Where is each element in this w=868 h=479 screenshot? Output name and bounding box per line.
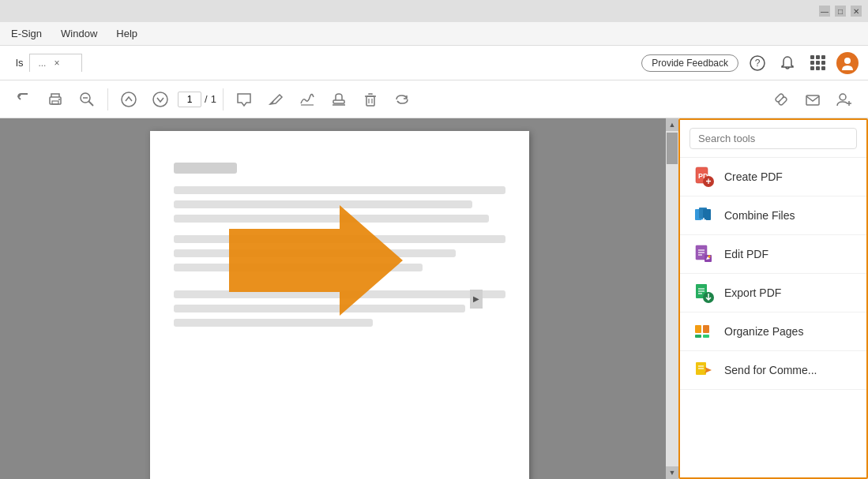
link-button[interactable] bbox=[767, 85, 795, 114]
delete-button[interactable] bbox=[356, 85, 385, 114]
scroll-up-btn[interactable]: ▲ bbox=[666, 118, 678, 131]
avatar[interactable] bbox=[836, 52, 859, 74]
create-pdf-icon: PDF + bbox=[693, 166, 715, 188]
comment-button[interactable] bbox=[230, 85, 258, 114]
svg-point-2 bbox=[844, 58, 851, 64]
tools-search-input[interactable] bbox=[690, 128, 857, 149]
file-tab[interactable]: ... × bbox=[29, 54, 82, 72]
menu-help[interactable]: Help bbox=[113, 26, 141, 41]
tool-item-export-pdf[interactable]: Export PDF bbox=[680, 274, 866, 312]
tab-file-text: ... bbox=[38, 58, 46, 69]
svg-point-19 bbox=[840, 94, 846, 100]
user-icon bbox=[840, 55, 855, 71]
menu-esign[interactable]: E-Sign bbox=[8, 26, 45, 41]
svg-rect-45 bbox=[703, 335, 709, 338]
title-bar: — □ ✕ bbox=[0, 0, 868, 22]
main-area: ▲ ▼ bbox=[0, 118, 868, 479]
tool-item-edit-pdf[interactable]: Edit PDF bbox=[680, 235, 866, 274]
svg-rect-44 bbox=[695, 335, 701, 338]
panel-collapse-button[interactable]: ▶ bbox=[470, 290, 483, 309]
send-for-comment-icon bbox=[693, 359, 715, 381]
document-area: ▲ ▼ bbox=[0, 118, 678, 479]
print-icon bbox=[47, 91, 64, 108]
feedback-button[interactable]: Provide Feedback bbox=[641, 54, 738, 72]
pen-icon bbox=[267, 91, 284, 108]
tab-close-button[interactable]: × bbox=[54, 58, 59, 69]
down-arrow-icon bbox=[152, 91, 169, 108]
big-arrow bbox=[229, 189, 403, 331]
minimize-button[interactable]: — bbox=[819, 6, 830, 17]
export-pdf-icon bbox=[693, 282, 715, 304]
scrollbar[interactable]: ▲ ▼ bbox=[666, 118, 678, 479]
scroll-track bbox=[666, 131, 678, 466]
svg-rect-12 bbox=[333, 100, 344, 103]
svg-text:?: ? bbox=[755, 58, 761, 69]
email-button[interactable] bbox=[798, 85, 827, 114]
notifications-button[interactable] bbox=[776, 52, 798, 74]
svg-rect-42 bbox=[695, 325, 701, 333]
stamp-icon bbox=[330, 91, 348, 108]
svg-rect-14 bbox=[366, 96, 374, 106]
tool-item-send-for-comment[interactable]: Send for Comme... bbox=[680, 351, 866, 390]
svg-text:+: + bbox=[705, 176, 711, 187]
menu-window[interactable]: Window bbox=[58, 26, 100, 41]
print-button[interactable] bbox=[41, 85, 70, 114]
tool-item-combine-files[interactable]: Combine Files bbox=[680, 196, 866, 235]
add-user-icon bbox=[836, 91, 853, 108]
comment-icon bbox=[235, 91, 253, 108]
separator-1 bbox=[107, 88, 108, 110]
tab-area: ls ... × bbox=[9, 54, 635, 72]
svg-rect-43 bbox=[703, 325, 709, 333]
doc-line-title bbox=[174, 163, 237, 174]
bell-icon bbox=[780, 55, 795, 71]
maximize-button[interactable]: □ bbox=[835, 6, 846, 17]
help-icon: ? bbox=[750, 55, 765, 71]
organize-pages-label: Organize Pages bbox=[724, 325, 803, 338]
sign-button[interactable] bbox=[293, 85, 321, 114]
up-arrow-icon bbox=[120, 91, 137, 108]
zoom-icon bbox=[78, 91, 96, 108]
page-navigation: 1 / 1 bbox=[178, 92, 216, 107]
svg-rect-18 bbox=[806, 95, 819, 105]
pen-button[interactable] bbox=[261, 85, 290, 114]
svg-point-5 bbox=[58, 99, 60, 100]
scroll-up-button[interactable] bbox=[115, 85, 143, 114]
window-controls[interactable]: — □ ✕ bbox=[819, 6, 862, 17]
refresh-button[interactable] bbox=[388, 85, 416, 114]
tools-search-container bbox=[680, 120, 866, 158]
scroll-down-btn[interactable]: ▼ bbox=[666, 466, 678, 479]
header-bar: ls ... × Provide Feedback ? bbox=[0, 46, 868, 80]
email-icon bbox=[804, 91, 821, 108]
create-pdf-label: Create PDF bbox=[724, 170, 783, 183]
edit-pdf-icon bbox=[693, 243, 715, 265]
tool-item-organize-pages[interactable]: Organize Pages bbox=[680, 312, 866, 351]
separator-2 bbox=[223, 88, 224, 110]
page-number-input[interactable]: 1 bbox=[178, 92, 201, 107]
scroll-down-button[interactable] bbox=[146, 85, 175, 114]
add-user-button[interactable] bbox=[830, 85, 859, 114]
undo-button[interactable] bbox=[9, 85, 38, 114]
organize-pages-icon bbox=[693, 320, 715, 342]
combine-files-icon bbox=[693, 204, 715, 226]
tools-panel: PDF + Create PDF Combine Files bbox=[678, 118, 868, 479]
export-pdf-label: Export PDF bbox=[724, 286, 781, 299]
page-total: 1 bbox=[211, 93, 216, 105]
help-button[interactable]: ? bbox=[746, 52, 768, 74]
link-icon bbox=[772, 91, 790, 108]
combine-files-label: Combine Files bbox=[724, 209, 795, 222]
edit-pdf-label: Edit PDF bbox=[724, 248, 768, 260]
svg-line-7 bbox=[89, 101, 94, 106]
svg-point-10 bbox=[153, 92, 167, 107]
tool-item-create-pdf[interactable]: PDF + Create PDF bbox=[680, 158, 866, 196]
stamp-button[interactable] bbox=[325, 85, 353, 114]
apps-button[interactable] bbox=[806, 52, 829, 74]
scroll-thumb[interactable] bbox=[667, 133, 678, 164]
toolbar-right bbox=[767, 85, 859, 114]
svg-marker-22 bbox=[229, 205, 403, 316]
refresh-icon bbox=[393, 91, 411, 108]
close-button[interactable]: ✕ bbox=[851, 6, 862, 17]
app-label: ls bbox=[9, 54, 29, 72]
trash-icon bbox=[362, 91, 379, 108]
zoom-button[interactable] bbox=[73, 85, 101, 114]
toolbar-row: 1 / 1 bbox=[0, 80, 868, 118]
